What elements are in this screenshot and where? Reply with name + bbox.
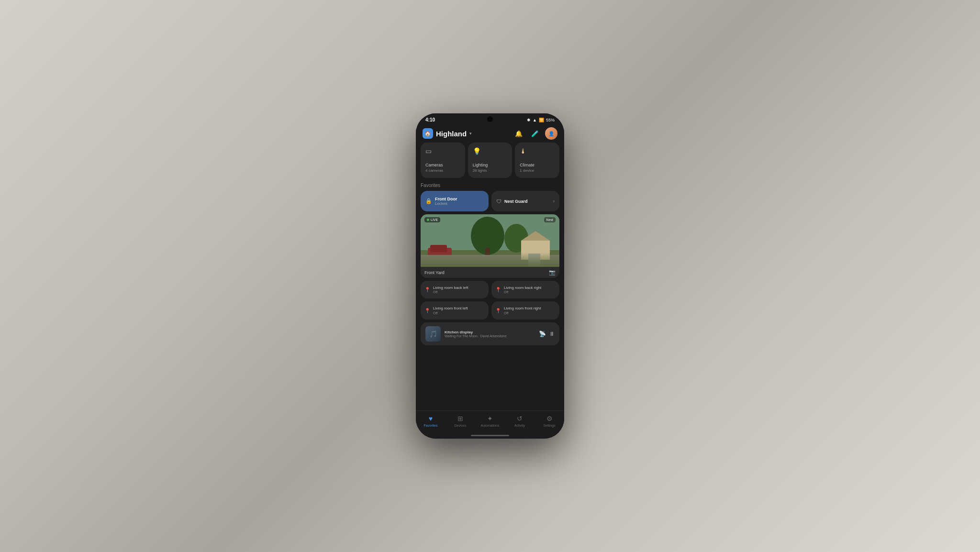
light-front-right-status: Off <box>504 311 556 315</box>
svg-rect-7 <box>421 255 559 267</box>
light-bulb-icon-4: 📍 <box>495 308 501 313</box>
climate-sub: 1 device <box>520 168 555 173</box>
lighting-label: Lighting 28 lights <box>473 163 508 173</box>
scroll-content: ▭ Cameras 4 cameras 💡 Lighting 28 lights… <box>416 143 564 410</box>
home-icon: 🏠 <box>423 128 433 139</box>
phone-screen: 4:10 ✱ ▲ 🛜 55% 🏠 Highland ▾ 🔔 🧪 👤 <box>416 113 564 439</box>
favorites-nav-icon: ♥ <box>429 415 433 422</box>
light-bulb-icon-1: 📍 <box>424 287 430 292</box>
svg-rect-6 <box>430 245 447 252</box>
media-thumbnail: 🎵 <box>425 326 441 342</box>
status-time: 4:10 <box>425 117 435 122</box>
cameras-icon: ▭ <box>425 147 460 155</box>
bluetooth-icon: ✱ <box>527 118 531 122</box>
live-badge: LIVE <box>424 217 440 222</box>
light-back-left-text: Living room back left Off <box>433 286 485 294</box>
bottom-nav: ♥ Favorites ⊞ Devices ✦ Automations ↺ Ac… <box>416 410 564 435</box>
light-front-left-text: Living room front left Off <box>433 306 485 314</box>
lights-row-2: 📍 Living room front left Off 📍 Living ro… <box>421 301 559 319</box>
nest-label: Nest <box>544 217 556 222</box>
chevron-down-icon: ▾ <box>469 131 472 136</box>
front-door-status: Locked <box>435 201 484 206</box>
nav-automations[interactable]: ✦ Automations <box>475 415 505 427</box>
light-front-left-card[interactable]: 📍 Living room front left Off <box>421 301 489 319</box>
media-song: Waiting For The Moon · David Arkenstone <box>445 334 535 338</box>
bell-button[interactable]: 🔔 <box>512 127 525 140</box>
home-indicator-bar <box>471 435 509 436</box>
favorites-nav-label: Favorites <box>424 424 438 427</box>
nest-guard-card[interactable]: 🛡 Nest Guard › <box>491 191 559 211</box>
favorites-row: 🔒 Front Door Locked 🛡 Nest Guard › <box>421 191 559 211</box>
lighting-card[interactable]: 💡 Lighting 28 lights <box>468 143 512 178</box>
lab-button[interactable]: 🧪 <box>529 127 541 140</box>
light-back-right-status: Off <box>504 290 556 294</box>
settings-nav-icon: ⚙ <box>546 415 553 422</box>
svg-rect-1 <box>421 250 559 267</box>
media-card[interactable]: 🎵 Kitchen display Waiting For The Moon ·… <box>421 322 559 345</box>
wifi-icon: 🛜 <box>539 118 544 122</box>
nest-guard-name: Nest Guard <box>504 199 550 204</box>
light-bulb-icon-3: 📍 <box>424 308 430 313</box>
camera-notch <box>487 116 493 122</box>
light-back-right-name: Living room back right <box>504 286 556 290</box>
climate-card[interactable]: 🌡 Climate 1 device <box>515 143 559 178</box>
devices-nav-label: Devices <box>455 424 467 427</box>
camera-location: Front Yard <box>424 270 445 275</box>
nav-activity[interactable]: ↺ Activity <box>505 415 535 427</box>
light-bulb-icon-2: 📍 <box>495 287 501 292</box>
signal-icon: ▲ <box>533 118 537 122</box>
light-back-left-name: Living room back left <box>433 286 485 290</box>
battery-text: 55% <box>546 118 555 122</box>
activity-nav-label: Activity <box>514 424 525 427</box>
svg-rect-10 <box>528 254 540 267</box>
front-door-text: Front Door Locked <box>435 197 484 206</box>
light-front-right-text: Living room front right Off <box>504 306 556 314</box>
home-indicator <box>416 435 564 439</box>
light-back-right-text: Living room back right Off <box>504 286 556 294</box>
live-label: LIVE <box>431 218 438 221</box>
media-device: Kitchen display <box>445 330 535 334</box>
light-front-right-name: Living room front right <box>504 306 556 311</box>
status-icons: ✱ ▲ 🛜 55% <box>527 118 555 122</box>
home-name: Highland <box>436 130 467 138</box>
phone-frame: 4:10 ✱ ▲ 🛜 55% 🏠 Highland ▾ 🔔 🧪 👤 <box>416 113 564 439</box>
cameras-card[interactable]: ▭ Cameras 4 cameras <box>421 143 465 178</box>
front-door-card[interactable]: 🔒 Front Door Locked <box>421 191 489 211</box>
nest-guard-arrow: › <box>553 199 555 204</box>
light-front-left-name: Living room front left <box>433 306 485 311</box>
shield-icon: 🛡 <box>496 199 501 204</box>
light-back-left-status: Off <box>433 290 485 294</box>
devices-nav-icon: ⊞ <box>457 415 463 422</box>
nav-favorites[interactable]: ♥ Favorites <box>416 415 445 427</box>
cameras-label: Cameras 4 cameras <box>425 163 460 173</box>
lighting-icon: 💡 <box>473 147 508 155</box>
light-back-right-card[interactable]: 📍 Living room back right Off <box>491 281 559 298</box>
automations-nav-icon: ✦ <box>487 415 493 422</box>
media-info: Kitchen display Waiting For The Moon · D… <box>445 330 535 338</box>
camera-feed-card[interactable]: LIVE Nest <box>421 214 559 278</box>
light-back-left-card[interactable]: 📍 Living room back left Off <box>421 281 489 298</box>
media-controls: 📡 ⏸ <box>539 331 555 337</box>
climate-icon: 🌡 <box>520 147 555 155</box>
nav-devices[interactable]: ⊞ Devices <box>445 415 475 427</box>
svg-rect-3 <box>485 248 490 257</box>
cameras-sub: 4 cameras <box>425 168 460 173</box>
front-door-name: Front Door <box>435 197 484 201</box>
settings-nav-label: Settings <box>543 424 555 427</box>
avatar-button[interactable]: 👤 <box>545 127 557 140</box>
climate-label: Climate 1 device <box>520 163 555 173</box>
home-title[interactable]: 🏠 Highland ▾ <box>423 128 472 139</box>
automations-nav-label: Automations <box>481 424 500 427</box>
light-front-right-card[interactable]: 📍 Living room front right Off <box>491 301 559 319</box>
cast-button[interactable]: 📡 <box>539 331 546 337</box>
lock-icon: 🔒 <box>425 198 432 204</box>
pause-button[interactable]: ⏸ <box>549 331 555 337</box>
nav-settings[interactable]: ⚙ Settings <box>535 415 564 427</box>
app-header: 🏠 Highland ▾ 🔔 🧪 👤 <box>416 124 564 143</box>
svg-rect-8 <box>521 241 550 260</box>
camera-bottom-bar: Front Yard 📷 <box>421 267 559 278</box>
lights-row-1: 📍 Living room back left Off 📍 Living roo… <box>421 281 559 298</box>
activity-nav-icon: ↺ <box>517 415 523 422</box>
camera-video-icon[interactable]: 📷 <box>549 269 556 276</box>
lighting-sub: 28 lights <box>473 168 508 173</box>
